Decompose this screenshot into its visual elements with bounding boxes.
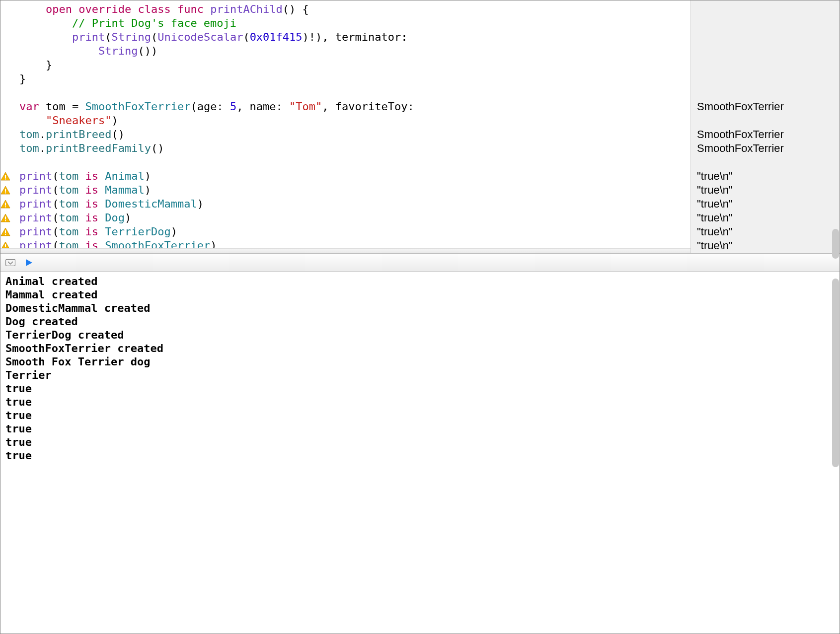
code-text: print(tom is Mammal) <box>16 183 690 197</box>
result-line[interactable]: SmoothFoxTerrier <box>697 128 834 141</box>
code-line[interactable]: print(tom is Mammal) <box>0 183 690 197</box>
result-line[interactable]: SmoothFoxTerrier <box>697 141 834 155</box>
code-line[interactable] <box>0 86 690 100</box>
code-line[interactable] <box>0 155 690 169</box>
warning-icon <box>0 169 16 181</box>
code-line[interactable]: print(tom is Animal) <box>0 169 690 183</box>
code-text <box>16 155 690 169</box>
code-line[interactable]: } <box>0 58 690 72</box>
console-menu-icon[interactable] <box>5 259 15 266</box>
svg-rect-9 <box>5 234 6 235</box>
console-line: TerrierDog created <box>5 328 835 342</box>
result-line[interactable] <box>697 86 834 100</box>
svg-rect-12 <box>6 260 15 266</box>
console-line: SmoothFoxTerrier created <box>5 342 835 355</box>
code-text: // Print Dog's face emoji <box>16 16 690 30</box>
code-text: } <box>16 72 690 86</box>
svg-rect-1 <box>5 179 6 180</box>
code-line[interactable]: tom.printBreed() <box>0 128 690 141</box>
console-output[interactable]: Animal createdMammal createdDomesticMamm… <box>0 272 840 634</box>
result-line[interactable] <box>697 2 834 16</box>
result-line[interactable]: SmoothFoxTerrier <box>697 100 834 114</box>
code-line[interactable]: "Sneakers") <box>0 114 690 128</box>
result-line[interactable] <box>697 16 834 30</box>
svg-rect-7 <box>5 220 6 221</box>
run-icon[interactable] <box>24 258 33 267</box>
code-line[interactable]: String()) <box>0 44 690 58</box>
code-text <box>16 86 690 100</box>
console-toolbar <box>0 254 840 272</box>
result-line[interactable]: "true\n" <box>697 239 834 253</box>
result-line[interactable] <box>697 72 834 86</box>
svg-rect-4 <box>5 203 6 206</box>
code-line[interactable]: print(tom is DomesticMammal) <box>0 197 690 211</box>
result-line[interactable]: "true\n" <box>697 211 834 225</box>
code-text: var tom = SmoothFoxTerrier(age: 5, name:… <box>16 100 690 114</box>
svg-rect-6 <box>5 216 6 219</box>
code-text: open override class func printAChild() { <box>16 2 690 16</box>
result-line[interactable]: "true\n" <box>697 169 834 183</box>
warning-icon <box>0 225 16 237</box>
vertical-scrollbar[interactable] <box>832 229 839 259</box>
code-text: "Sneakers") <box>16 114 690 128</box>
svg-rect-10 <box>5 244 6 247</box>
code-text: String()) <box>16 44 690 58</box>
code-line[interactable]: tom.printBreedFamily() <box>0 141 690 155</box>
console-line: true <box>5 395 835 409</box>
console-line: Mammal created <box>5 288 835 301</box>
console-line: Smooth Fox Terrier dog <box>5 355 835 368</box>
result-line[interactable]: "true\n" <box>697 197 834 211</box>
console-line: DomesticMammal created <box>5 301 835 315</box>
console-line: Dog created <box>5 315 835 328</box>
code-text: print(String(UnicodeScalar(0x01f415)!), … <box>16 30 690 44</box>
code-text: print(tom is Animal) <box>16 169 690 183</box>
svg-rect-8 <box>5 230 6 233</box>
code-text: print(tom is TerrierDog) <box>16 225 690 239</box>
console-line: true <box>5 422 835 435</box>
svg-rect-0 <box>5 175 6 178</box>
results-sidebar: SmoothFoxTerrierSmoothFoxTerrierSmoothFo… <box>690 0 840 253</box>
warning-icon <box>0 183 16 195</box>
console-line: Terrier <box>5 368 835 382</box>
code-line[interactable]: open override class func printAChild() { <box>0 2 690 16</box>
svg-rect-2 <box>5 189 6 192</box>
console-line: Animal created <box>5 275 835 288</box>
console-line: true <box>5 449 835 462</box>
code-line[interactable]: print(tom is Dog) <box>0 211 690 225</box>
result-line[interactable]: "true\n" <box>697 183 834 197</box>
svg-rect-3 <box>5 193 6 194</box>
warning-icon <box>0 197 16 209</box>
console-line: true <box>5 382 835 395</box>
svg-rect-5 <box>5 207 6 208</box>
result-line[interactable] <box>697 58 834 72</box>
code-line[interactable]: var tom = SmoothFoxTerrier(age: 5, name:… <box>0 100 690 114</box>
console-line: true <box>5 435 835 449</box>
horizontal-scrollbar[interactable] <box>0 248 690 253</box>
result-line[interactable] <box>697 114 834 128</box>
code-line[interactable]: print(tom is TerrierDog) <box>0 225 690 239</box>
code-editor[interactable]: open override class func printAChild() {… <box>0 0 690 253</box>
code-line[interactable]: print(String(UnicodeScalar(0x01f415)!), … <box>0 30 690 44</box>
code-text: print(tom is DomesticMammal) <box>16 197 690 211</box>
code-line[interactable]: // Print Dog's face emoji <box>0 16 690 30</box>
code-text: } <box>16 58 690 72</box>
console-scrollbar[interactable] <box>832 279 839 467</box>
warning-icon <box>0 211 16 223</box>
code-text: tom.printBreedFamily() <box>16 141 690 155</box>
console-line: true <box>5 409 835 422</box>
editor-pane: open override class func printAChild() {… <box>0 0 840 254</box>
result-line[interactable] <box>697 30 834 44</box>
result-line[interactable]: "true\n" <box>697 225 834 239</box>
code-line[interactable]: } <box>0 72 690 86</box>
code-text: tom.printBreed() <box>16 128 690 141</box>
result-line[interactable] <box>697 155 834 169</box>
code-text: print(tom is Dog) <box>16 211 690 225</box>
result-line[interactable] <box>697 44 834 58</box>
